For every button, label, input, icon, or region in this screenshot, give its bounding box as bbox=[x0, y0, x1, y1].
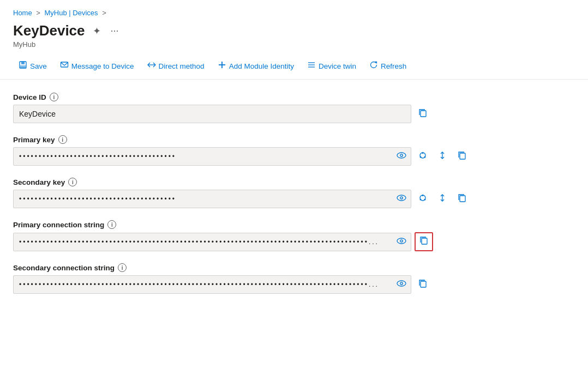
page-header: KeyDevice ✦ ··· MyHub bbox=[0, 20, 588, 53]
secondary-key-group: Secondary key i ••••••••••••••••••••••••… bbox=[13, 178, 511, 208]
copy-icon bbox=[457, 150, 467, 160]
primary-connection-copy-button[interactable] bbox=[415, 232, 433, 251]
primary-connection-string-row: ••••••••••••••••••••••••••••••••••••••••… bbox=[13, 232, 511, 251]
message-icon bbox=[60, 61, 69, 71]
primary-key-eye-button[interactable] bbox=[395, 150, 407, 162]
svg-point-31 bbox=[400, 282, 403, 285]
save-label: Save bbox=[30, 62, 47, 70]
svg-rect-29 bbox=[422, 238, 427, 244]
svg-point-16 bbox=[420, 156, 422, 158]
save-button[interactable]: Save bbox=[13, 57, 52, 75]
primary-connection-string-label: Primary connection string i bbox=[13, 220, 511, 229]
secondary-connection-string-value: ••••••••••••••••••••••••••••••••••••••••… bbox=[19, 281, 391, 288]
breadcrumb-sep1: > bbox=[36, 9, 40, 17]
swap-icon bbox=[437, 150, 447, 160]
primary-key-value: •••••••••••••••••••••••••••••••••••••••• bbox=[19, 153, 391, 160]
device-id-label: Device ID i bbox=[13, 93, 511, 101]
primary-connection-string-group: Primary connection string i ••••••••••••… bbox=[13, 220, 511, 251]
message-to-device-button[interactable]: Message to Device bbox=[55, 57, 140, 75]
svg-rect-32 bbox=[421, 281, 426, 287]
device-id-row: KeyDevice bbox=[13, 105, 511, 123]
add-module-label: Add Module Identity bbox=[229, 62, 294, 70]
eye-icon bbox=[397, 280, 406, 287]
primary-connection-string-input[interactable]: ••••••••••••••••••••••••••••••••••••••••… bbox=[13, 233, 411, 251]
copy-icon bbox=[418, 279, 428, 288]
svg-point-24 bbox=[420, 198, 422, 200]
regenerate-icon bbox=[418, 193, 428, 203]
device-id-value: KeyDevice bbox=[19, 110, 405, 118]
primary-key-info-icon[interactable]: i bbox=[58, 135, 67, 144]
secondary-key-swap-button[interactable] bbox=[434, 191, 451, 208]
primary-key-group: Primary key i ••••••••••••••••••••••••••… bbox=[13, 135, 511, 166]
secondary-key-label: Secondary key i bbox=[13, 178, 511, 186]
copy-icon bbox=[419, 235, 429, 245]
svg-point-19 bbox=[397, 195, 406, 201]
secondary-key-eye-button[interactable] bbox=[395, 193, 407, 205]
breadcrumb-sep2: > bbox=[102, 9, 106, 17]
primary-key-regen-button[interactable] bbox=[415, 148, 431, 165]
secondary-key-copy-button[interactable] bbox=[454, 191, 470, 208]
primary-key-copy-button[interactable] bbox=[454, 148, 470, 165]
svg-point-30 bbox=[397, 281, 406, 286]
primary-connection-eye-button[interactable] bbox=[395, 236, 407, 248]
device-twin-label: Device twin bbox=[319, 62, 356, 70]
page-subtitle: MyHub bbox=[13, 40, 575, 49]
primary-connection-string-value: ••••••••••••••••••••••••••••••••••••••••… bbox=[19, 238, 391, 246]
svg-point-22 bbox=[422, 195, 424, 196]
svg-point-15 bbox=[424, 156, 426, 158]
device-id-info-icon[interactable]: i bbox=[50, 93, 58, 101]
refresh-icon bbox=[369, 61, 378, 71]
device-id-group: Device ID i KeyDevice bbox=[13, 93, 511, 123]
secondary-key-row: •••••••••••••••••••••••••••••••••••••••• bbox=[13, 190, 511, 208]
svg-point-20 bbox=[400, 197, 403, 199]
primary-key-swap-button[interactable] bbox=[434, 148, 451, 165]
pin-icon[interactable]: ✦ bbox=[91, 24, 103, 38]
direct-method-icon bbox=[147, 61, 156, 71]
svg-point-27 bbox=[397, 238, 406, 244]
svg-rect-18 bbox=[460, 153, 465, 159]
more-options-icon[interactable]: ··· bbox=[109, 24, 121, 38]
secondary-connection-eye-button[interactable] bbox=[395, 279, 407, 291]
secondary-connection-string-row: ••••••••••••••••••••••••••••••••••••••••… bbox=[13, 275, 511, 294]
svg-point-23 bbox=[424, 198, 426, 200]
eye-icon bbox=[397, 237, 406, 245]
direct-method-label: Direct method bbox=[159, 62, 205, 70]
eye-icon bbox=[397, 194, 406, 202]
svg-point-28 bbox=[400, 239, 403, 241]
secondary-key-regen-button[interactable] bbox=[415, 191, 431, 208]
breadcrumb-hub-devices[interactable]: MyHub | Devices bbox=[45, 9, 98, 17]
secondary-connection-copy-button[interactable] bbox=[415, 276, 431, 293]
copy-icon bbox=[418, 108, 428, 118]
page-title: KeyDevice bbox=[13, 22, 85, 39]
refresh-button[interactable]: Refresh bbox=[364, 57, 412, 75]
svg-rect-10 bbox=[421, 111, 426, 117]
direct-method-button[interactable]: Direct method bbox=[142, 57, 210, 75]
secondary-key-value: •••••••••••••••••••••••••••••••••••••••• bbox=[19, 195, 391, 203]
breadcrumb-home[interactable]: Home bbox=[13, 9, 32, 17]
device-twin-icon bbox=[307, 61, 316, 71]
regenerate-icon bbox=[418, 150, 428, 160]
secondary-connection-string-group: Secondary connection string i ••••••••••… bbox=[13, 263, 511, 294]
primary-connection-info-icon[interactable]: i bbox=[107, 220, 116, 229]
device-id-copy-button[interactable] bbox=[415, 106, 431, 123]
toolbar: Save Message to Device Direct method bbox=[0, 53, 588, 80]
add-module-identity-button[interactable]: Add Module Identity bbox=[212, 57, 299, 75]
copy-icon bbox=[457, 193, 467, 203]
secondary-key-input[interactable]: •••••••••••••••••••••••••••••••••••••••• bbox=[13, 190, 411, 208]
svg-rect-1 bbox=[21, 62, 25, 64]
svg-point-11 bbox=[397, 153, 406, 158]
secondary-connection-info-icon[interactable]: i bbox=[118, 263, 127, 272]
refresh-label: Refresh bbox=[381, 62, 406, 70]
primary-key-label: Primary key i bbox=[13, 135, 511, 144]
svg-point-12 bbox=[400, 154, 403, 156]
primary-key-input[interactable]: •••••••••••••••••••••••••••••••••••••••• bbox=[13, 147, 411, 166]
secondary-connection-string-input[interactable]: ••••••••••••••••••••••••••••••••••••••••… bbox=[13, 275, 411, 294]
device-twin-button[interactable]: Device twin bbox=[302, 57, 362, 75]
svg-rect-26 bbox=[460, 196, 465, 202]
swap-icon bbox=[437, 193, 447, 203]
svg-rect-2 bbox=[20, 65, 26, 68]
save-icon bbox=[19, 61, 27, 71]
secondary-connection-string-label: Secondary connection string i bbox=[13, 263, 511, 272]
secondary-key-info-icon[interactable]: i bbox=[68, 178, 77, 186]
device-id-input[interactable]: KeyDevice bbox=[13, 105, 411, 123]
